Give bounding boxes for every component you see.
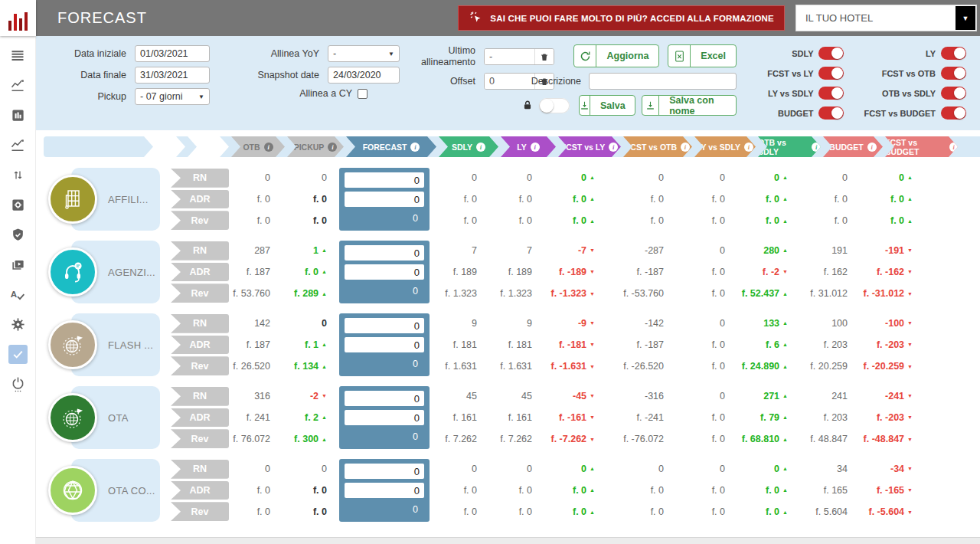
- allinea-cy-checkbox[interactable]: [358, 89, 368, 99]
- trend-down-icon: ▼: [907, 291, 913, 297]
- column-header-otb_vs_sdly[interactable]: OTB vs SDLYi: [758, 136, 821, 157]
- metric-badge-rn: RN: [171, 460, 229, 479]
- info-icon[interactable]: i: [812, 143, 821, 152]
- forecast-input[interactable]: [345, 464, 424, 479]
- toggle-ly-vs-sdly[interactable]: [818, 87, 844, 100]
- value-cell: 34: [800, 459, 860, 478]
- value-cell: -7▼: [544, 241, 607, 260]
- chevron-down-icon[interactable]: ▼: [956, 6, 975, 30]
- allinea-yoy-select[interactable]: - ▼: [328, 45, 400, 62]
- hotel-building-icon[interactable]: [48, 175, 97, 224]
- power-icon[interactable]: [8, 375, 28, 394]
- forecast-input[interactable]: [345, 337, 424, 352]
- cell-value: f. 24.890: [742, 361, 779, 372]
- column-header-fcst_vs_ly[interactable]: FCST vs LYi: [558, 136, 621, 157]
- toggle-label: SDLY: [792, 49, 813, 58]
- info-icon[interactable]: i: [681, 143, 690, 152]
- toggle-fcst-vs-budget[interactable]: [941, 107, 966, 120]
- column-header-ly[interactable]: LYi: [501, 136, 556, 157]
- value-cell: -100▼: [860, 313, 933, 333]
- column-header-otb[interactable]: OTBi: [231, 136, 285, 157]
- info-icon[interactable]: i: [609, 143, 618, 152]
- snapshot-date-input[interactable]: [328, 67, 400, 84]
- trend-down-icon: ▼: [590, 342, 595, 347]
- info-icon[interactable]: i: [949, 143, 958, 152]
- toggle-fcst-vs-ly[interactable]: [818, 67, 844, 80]
- toggle-sdly[interactable]: [818, 47, 844, 60]
- shield-check-icon[interactable]: [8, 225, 28, 244]
- column-header-pickup[interactable]: PICKUPi: [287, 136, 344, 157]
- salva-label: Salva: [590, 96, 635, 115]
- value-cell: f. 76.072: [229, 430, 283, 449]
- toggle-ly[interactable]: [941, 47, 966, 60]
- sort-arrows-icon[interactable]: [8, 165, 28, 185]
- app-logo-icon[interactable]: [0, 0, 36, 36]
- column-header-ly_vs_sdly[interactable]: LY vs SDLYi: [694, 136, 756, 157]
- column-header-fcst_vs_budget[interactable]: FCST vs BUDGETi: [885, 136, 958, 157]
- value-cell: 0: [676, 168, 737, 187]
- info-icon[interactable]: i: [476, 143, 485, 152]
- ota-network-globe-icon[interactable]: [48, 466, 97, 515]
- cell-value: -45: [573, 391, 586, 401]
- spellcheck-icon[interactable]: A: [8, 285, 28, 304]
- agency-headset-icon[interactable]: [48, 247, 97, 297]
- line-chart-icon[interactable]: [8, 76, 28, 95]
- value-cell: f. -20.259▼: [860, 357, 933, 376]
- forecast-input[interactable]: [345, 391, 424, 406]
- forecast-input[interactable]: [345, 318, 424, 333]
- snapshot-date-label: Snapshot date: [234, 70, 319, 81]
- bar-chart-icon[interactable]: [8, 106, 28, 125]
- forecast-input[interactable]: [345, 410, 424, 425]
- forecast-input[interactable]: [345, 483, 424, 498]
- toggle-budget[interactable]: [818, 107, 844, 120]
- value-cell: f. 0: [430, 480, 489, 500]
- column-header-budget[interactable]: BUDGETi: [823, 136, 883, 157]
- info-icon[interactable]: i: [867, 143, 877, 152]
- trend-chart-icon[interactable]: [8, 136, 28, 155]
- hotel-select[interactable]: IL TUO HOTEL ▼: [795, 5, 977, 31]
- forecast-input[interactable]: [345, 245, 424, 261]
- column-pickup: 0f. 1▲f. 134▲: [283, 313, 339, 376]
- toggle-otb-vs-sdly[interactable]: [941, 87, 966, 100]
- column-fcst_vs_ly: -45▼f. -161▼f. -7.262▼: [544, 386, 607, 449]
- value-cell: f. 289▲: [283, 284, 339, 303]
- info-icon[interactable]: i: [328, 143, 337, 152]
- toggle-fcst-vs-otb[interactable]: [941, 67, 966, 80]
- trend-up-icon: ▲: [590, 175, 595, 180]
- column-header-sdly[interactable]: SDLYi: [439, 136, 498, 157]
- column-otb: 287f. 187f. 53.760: [229, 241, 283, 303]
- ota-globe-plane-icon[interactable]: [48, 393, 97, 442]
- settings-gear-icon[interactable]: [8, 315, 28, 334]
- column-header-fcst_vs_otb[interactable]: FCST vs OTBi: [623, 136, 692, 157]
- video-library-icon[interactable]: [8, 255, 28, 274]
- cell-value: f. -187: [637, 267, 664, 277]
- excel-button[interactable]: Excel: [668, 44, 737, 67]
- metric-badges: RNADRRev: [171, 387, 229, 448]
- trend-down-icon: ▼: [590, 415, 595, 420]
- promo-banner-button[interactable]: SAI CHE PUOI FARE MOLTO DI PIÙ? ACCEDI A…: [458, 5, 785, 31]
- data-finale-input[interactable]: [135, 67, 210, 84]
- forecast-input[interactable]: [345, 172, 424, 188]
- column-header-forecast[interactable]: FORECASTi: [346, 136, 436, 157]
- descrizione-input[interactable]: [589, 73, 737, 90]
- salva-button[interactable]: Salva: [579, 95, 635, 116]
- salva-con-nome-label: Salva con nome: [659, 96, 736, 115]
- salva-con-nome-button[interactable]: Salva con nome: [642, 95, 737, 116]
- info-icon[interactable]: i: [531, 143, 540, 152]
- value-cell: f. -189▼: [544, 262, 607, 281]
- column-toggles: SDLYFCST vs LYLY vs SDLYBUDGET LYFCST vs…: [767, 47, 966, 120]
- lock-toggle[interactable]: [539, 98, 570, 113]
- flash-globe-plane-icon[interactable]: [48, 320, 97, 369]
- checkbox-icon[interactable]: [8, 345, 28, 364]
- cell-value: 241: [831, 391, 848, 401]
- info-icon[interactable]: i: [410, 143, 420, 152]
- info-icon[interactable]: i: [744, 143, 753, 152]
- info-icon[interactable]: i: [264, 143, 273, 152]
- forecast-input[interactable]: [345, 192, 424, 207]
- forecast-input[interactable]: [345, 264, 424, 280]
- aggiorna-button[interactable]: Aggiorna: [573, 44, 659, 67]
- data-iniziale-input[interactable]: [135, 45, 210, 62]
- menu-icon[interactable]: [8, 46, 28, 65]
- gear-box-icon[interactable]: [8, 195, 28, 215]
- pickup-select[interactable]: - 07 giorni ▼: [135, 88, 210, 105]
